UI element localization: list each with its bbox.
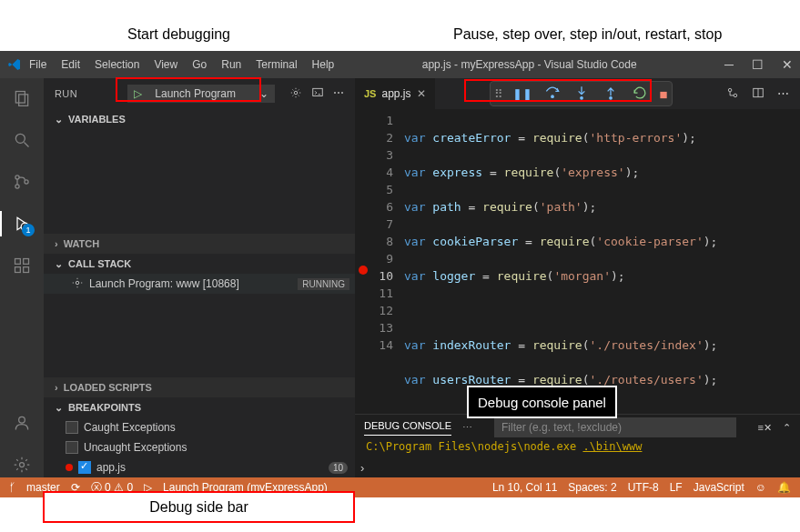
close-icon[interactable]: ✕ (782, 57, 793, 72)
debug-console-icon[interactable] (311, 86, 324, 102)
status-eol[interactable]: LF (670, 481, 683, 494)
stop-icon[interactable]: ■ (660, 86, 668, 102)
settings-gear-icon[interactable] (9, 452, 35, 477)
editor-more-icon[interactable]: ⋯ (777, 86, 789, 102)
checkbox-off[interactable] (66, 421, 78, 434)
svg-rect-1 (19, 95, 28, 106)
callstack-section[interactable]: ⌄CALL STACK (44, 254, 355, 274)
start-debug-icon[interactable]: ▷ (134, 87, 142, 100)
debug-process-icon (71, 276, 84, 292)
checkbox-off[interactable] (66, 441, 78, 454)
menu-terminal[interactable]: Terminal (256, 58, 297, 71)
svg-point-13 (20, 463, 25, 467)
panel-filter-input[interactable]: Filter (e.g. text, !exclude) (494, 417, 736, 437)
compare-icon[interactable] (726, 86, 739, 102)
status-lncol[interactable]: Ln 10, Col 11 (492, 481, 557, 494)
extensions-icon[interactable] (9, 253, 35, 278)
status-spaces[interactable]: Spaces: 2 (568, 481, 616, 494)
clear-console-icon[interactable]: ≡✕ (758, 422, 772, 434)
chevron-down-icon: ⌄ (55, 114, 63, 125)
step-over-icon[interactable] (543, 84, 562, 105)
breakpoint-uncaught-exceptions[interactable]: Uncaught Exceptions (44, 437, 355, 457)
run-label: RUN (55, 88, 77, 99)
callout-sidebar-box: Debug side bar (43, 491, 355, 523)
code-content[interactable]: var createError = require('http-errors')… (404, 109, 746, 414)
svg-line-3 (25, 143, 29, 147)
console-link[interactable]: .\bin\www (582, 440, 642, 453)
grip-icon[interactable]: ⠿ (494, 87, 501, 101)
tab-close-icon[interactable]: ✕ (417, 87, 426, 100)
menu-selection[interactable]: Selection (95, 58, 139, 71)
menu-file[interactable]: File (29, 58, 46, 71)
step-into-icon[interactable] (572, 84, 591, 105)
chevron-right-icon: › (55, 382, 58, 393)
run-header: RUN ▷ Launch Program ⌄ ⋯ (44, 78, 355, 109)
step-out-icon[interactable] (602, 84, 620, 105)
tab-appjs[interactable]: JS app.js ✕ (355, 78, 435, 109)
breakpoints-section[interactable]: ⌄BREAKPOINTS (44, 397, 355, 417)
restart-icon[interactable] (631, 84, 649, 105)
vscode-window: File Edit Selection View Go Run Terminal… (0, 51, 800, 497)
menu-view[interactable]: View (154, 58, 177, 71)
menu-edit[interactable]: Edit (61, 58, 80, 71)
variables-body (44, 129, 355, 234)
menu-run[interactable]: Run (221, 58, 241, 71)
more-icon[interactable]: ⋯ (333, 86, 344, 102)
account-icon[interactable] (9, 410, 35, 436)
callstack-entry[interactable]: Launch Program: www [10868] RUNNING (44, 274, 355, 294)
search-icon[interactable] (9, 127, 35, 153)
chevron-down-icon: ⌄ (55, 402, 63, 414)
bell-icon[interactable]: 🔔 (777, 481, 791, 494)
status-encoding[interactable]: UTF-8 (628, 481, 659, 494)
pause-icon[interactable]: ❚❚ (512, 87, 532, 101)
split-editor-icon[interactable] (752, 86, 765, 102)
menu-help[interactable]: Help (312, 58, 335, 71)
debug-console-panel: DEBUG CONSOLE ⋯ Filter (e.g. text, !excl… (355, 414, 800, 457)
line-numbers: 1234567891011121314 (373, 109, 404, 414)
svg-point-21 (734, 94, 737, 97)
configure-gear-icon[interactable] (289, 86, 302, 102)
svg-rect-10 (24, 267, 29, 273)
status-lang[interactable]: JavaScript (694, 481, 744, 494)
breakpoint-file[interactable]: app.js10 (44, 457, 355, 477)
chevron-down-icon[interactable]: ⌄ (259, 87, 268, 100)
watch-section[interactable]: ›WATCH (44, 234, 355, 254)
chevron-right-icon: › (55, 238, 58, 249)
debug-toolbar[interactable]: ⠿ ❚❚ ■ (490, 81, 673, 106)
svg-rect-0 (15, 92, 25, 104)
breakpoint-dot-icon (66, 464, 73, 471)
activity-bar: 1 (0, 78, 44, 477)
branch-icon[interactable]: ᚶ (9, 481, 15, 494)
checkbox-on[interactable] (78, 461, 91, 474)
code-editor[interactable]: 1234567891011121314 var createError = re… (355, 109, 800, 414)
window-title: app.js - myExpressApp - Visual Studio Co… (334, 58, 724, 71)
run-debug-icon[interactable]: 1 (9, 211, 35, 236)
breadcrumb-bar[interactable]: › (355, 457, 800, 477)
panel-tab-debug-console[interactable]: DEBUG CONSOLE (364, 420, 451, 436)
svg-point-4 (15, 176, 19, 179)
variables-section[interactable]: ⌄VARIABLES (44, 109, 355, 129)
svg-rect-8 (15, 259, 21, 265)
maximize-icon[interactable]: ☐ (752, 57, 764, 72)
callstack-status: RUNNING (298, 278, 349, 290)
debug-side-bar: RUN ▷ Launch Program ⌄ ⋯ ⌄VARIABLES ›WAT… (44, 78, 355, 477)
panel-more-icon[interactable]: ⋯ (462, 422, 472, 434)
glyph-margin (355, 109, 373, 414)
explorer-icon[interactable] (9, 85, 35, 111)
svg-point-5 (15, 185, 19, 188)
menu-go[interactable]: Go (192, 58, 207, 71)
svg-rect-15 (313, 88, 323, 95)
svg-point-14 (294, 91, 298, 95)
loaded-scripts-section[interactable]: ›LOADED SCRIPTS (44, 377, 355, 397)
svg-point-12 (19, 417, 25, 423)
launch-config-selector[interactable]: ▷ Launch Program ⌄ (127, 85, 275, 103)
minimize-icon[interactable]: ─ (724, 57, 734, 72)
source-control-icon[interactable] (9, 169, 35, 195)
breakpoint-caught-exceptions[interactable]: Caught Exceptions (44, 417, 355, 437)
collapse-panel-icon[interactable]: ⌃ (783, 422, 791, 434)
feedback-icon[interactable]: ☺ (755, 481, 766, 494)
svg-point-20 (728, 88, 732, 92)
title-bar: File Edit Selection View Go Run Terminal… (0, 51, 800, 78)
chevron-down-icon: ⌄ (55, 258, 63, 270)
breakpoint-glyph-icon[interactable] (359, 266, 368, 275)
